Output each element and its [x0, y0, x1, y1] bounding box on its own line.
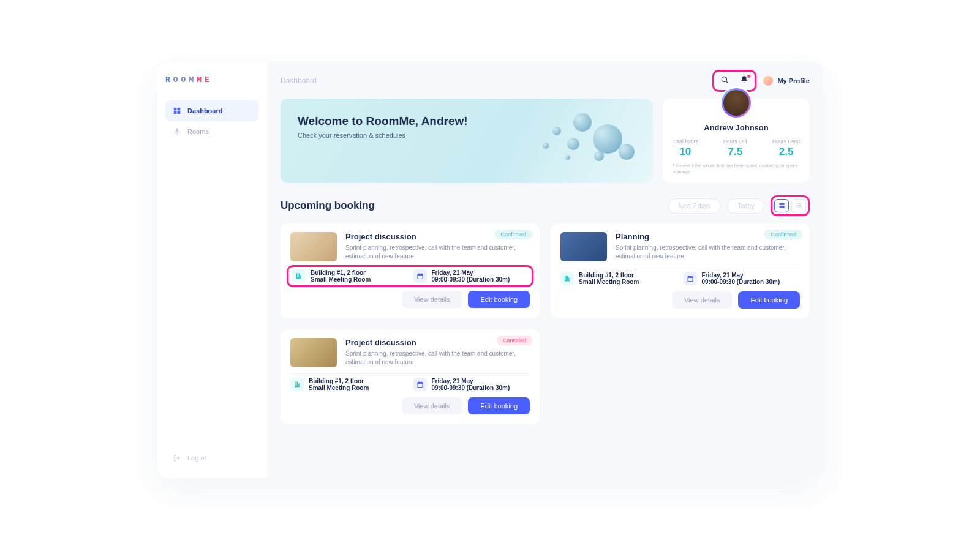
svg-rect-6: [779, 203, 782, 205]
meta-location-line1: Building #1, 2 floor: [579, 272, 639, 279]
filter-range-button[interactable]: Next 7 days: [668, 198, 722, 214]
meta-date-line2: 09:00-09:30 (Duration 30m): [702, 279, 780, 285]
booking-card: Planning Sprint planning, retrospective,…: [551, 223, 810, 318]
highlight-booking-meta: Building #1, 2 floor Small Meeting Room …: [287, 265, 533, 287]
view-details-button[interactable]: View details: [402, 397, 462, 414]
svg-rect-0: [174, 108, 177, 111]
profile-link-label: My Profile: [777, 77, 810, 84]
grid-icon: [778, 200, 785, 211]
meta-date-line1: Friday, 21 May: [432, 269, 510, 276]
main-content: Dashboard: [267, 62, 823, 478]
booking-card: Project discussion Sprint planning, retr…: [281, 223, 540, 318]
card-header: Project discussion Sprint planning, retr…: [290, 338, 530, 367]
view-details-button[interactable]: View details: [672, 291, 733, 309]
profile-stats: Total hours 10 Hours Left 7.5 Hours Used…: [673, 138, 800, 158]
notification-dot-icon: [747, 75, 750, 78]
room-thumb: [290, 232, 337, 261]
bubbles-illustration: [530, 107, 641, 174]
meta-date-line2: 09:00-09:30 (Duration 30m): [432, 276, 510, 283]
stat-total-hours: Total hours 10: [673, 138, 698, 158]
sidebar-item-rooms[interactable]: Rooms: [165, 121, 258, 142]
filter-today-button[interactable]: Today: [727, 198, 764, 214]
stat-value: 2.5: [772, 146, 800, 158]
svg-line-5: [726, 81, 728, 83]
svg-point-14: [796, 205, 797, 206]
svg-point-13: [796, 203, 797, 204]
edit-booking-button[interactable]: Edit booking: [468, 291, 530, 308]
stat-value: 10: [673, 146, 698, 158]
sidebar-item-label: Rooms: [187, 128, 209, 135]
room-thumb: [290, 338, 337, 367]
welcome-card: Welcome to RoomMe, Andrew! Check your re…: [281, 99, 653, 183]
meta-date-line2: 09:00-09:30 (Duration 30m): [432, 384, 510, 391]
logout-icon: [173, 454, 181, 462]
meta-location-line1: Building #1, 2 floor: [309, 378, 369, 384]
meta-location-line2: Small Meeting Room: [309, 384, 369, 391]
building-icon: [290, 378, 304, 391]
booking-card: Project discussion Sprint planning, retr…: [281, 329, 540, 424]
view-grid-button[interactable]: [774, 199, 789, 212]
asterisk-icon: *: [673, 163, 674, 168]
status-badge: Confirmed: [494, 230, 532, 239]
svg-rect-2: [174, 111, 177, 114]
highlight-view-toggle: [771, 195, 810, 216]
stat-label: Total hours: [673, 138, 698, 144]
booking-desc: Sprint planning, retrospective, call wit…: [345, 350, 530, 366]
search-button[interactable]: [717, 73, 733, 89]
app-frame: ROOMME Dashboard Rooms Log ot Dashboard: [157, 62, 823, 478]
list-icon: [796, 200, 802, 211]
profile-name: Andrew Johnson: [673, 123, 800, 132]
meta-location-line2: Small Meeting Room: [579, 279, 639, 285]
meta-location: Building #1, 2 floor Small Meeting Room: [290, 378, 407, 391]
brand-logo: ROOMME: [165, 75, 258, 84]
meta-location: Building #1, 2 floor Small Meeting Room: [560, 272, 677, 285]
card-header: Project discussion Sprint planning, retr…: [290, 232, 530, 261]
logout-label: Log ot: [187, 454, 206, 462]
grid-icon: [173, 107, 181, 115]
avatar-icon: [763, 75, 774, 86]
booking-meta: Building #1, 2 floor Small Meeting Room …: [560, 268, 800, 285]
building-icon: [292, 269, 306, 283]
edit-booking-button[interactable]: Edit booking: [738, 291, 800, 309]
profile-note-text: In case if the whole limit has been spen…: [673, 163, 798, 174]
calendar-icon: [684, 272, 697, 285]
page-title: Dashboard: [281, 77, 317, 85]
avatar-face-icon: [723, 90, 749, 116]
booking-desc: Sprint planning, retrospective, call wit…: [616, 244, 800, 260]
card-actions: View details Edit booking: [290, 291, 530, 308]
profile-link[interactable]: My Profile: [763, 75, 810, 86]
sidebar: ROOMME Dashboard Rooms Log ot: [157, 62, 267, 478]
edit-booking-button[interactable]: Edit booking: [468, 397, 530, 414]
svg-rect-7: [782, 203, 784, 205]
view-list-button[interactable]: [791, 199, 806, 212]
meta-datetime: Friday, 21 May 09:00-09:30 (Duration 30m…: [413, 378, 530, 391]
hero-row: Welcome to RoomMe, Andrew! Check your re…: [281, 99, 810, 183]
card-header: Planning Sprint planning, retrospective,…: [560, 232, 800, 261]
svg-rect-8: [779, 206, 782, 208]
search-icon: [720, 75, 729, 86]
stat-hours-left: Hours Left 7.5: [723, 138, 747, 158]
avatar-large: [720, 86, 753, 119]
svg-rect-9: [782, 206, 784, 208]
svg-rect-1: [178, 108, 181, 111]
meta-datetime: Friday, 21 May 09:00-09:30 (Duration 30m…: [684, 272, 801, 285]
card-actions: View details Edit booking: [560, 291, 800, 309]
sidebar-item-dashboard[interactable]: Dashboard: [165, 100, 258, 121]
svg-rect-3: [178, 111, 181, 114]
profile-card: Andrew Johnson Total hours 10 Hours Left…: [663, 99, 810, 183]
logout-button[interactable]: Log ot: [165, 449, 258, 467]
section-controls: Next 7 days Today: [668, 195, 810, 216]
booking-grid: Project discussion Sprint planning, retr…: [281, 223, 810, 424]
meta-location-line1: Building #1, 2 floor: [311, 269, 371, 276]
view-details-button[interactable]: View details: [402, 291, 462, 308]
building-icon: [560, 272, 574, 285]
booking-meta: Building #1, 2 floor Small Meeting Room …: [290, 373, 530, 391]
calendar-icon: [413, 269, 427, 283]
calendar-icon: [413, 378, 427, 391]
stat-value: 7.5: [723, 146, 747, 158]
stat-label: Hours Left: [723, 138, 747, 144]
room-thumb: [560, 232, 607, 261]
mic-icon: [173, 127, 181, 136]
svg-point-15: [796, 207, 797, 208]
stat-label: Hours Used: [772, 138, 800, 144]
